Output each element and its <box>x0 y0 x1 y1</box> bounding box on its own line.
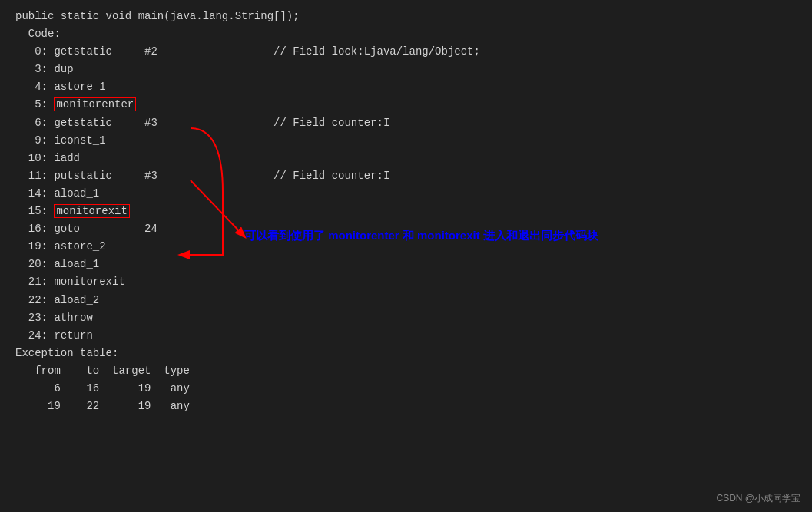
annotation-text: 可以看到使用了 monitorenter 和 monitorexit 进入和退出… <box>244 226 598 245</box>
monitorenter-highlight: monitorenter <box>54 97 136 111</box>
code-line-4: 4: astore_1 <box>15 78 797 96</box>
exception-table-header: Exception table: <box>15 345 797 362</box>
main-container: public static void main(java.lang.String… <box>0 0 812 512</box>
exception-table-row2: 19 22 19 any <box>15 398 797 415</box>
exception-table-row1: 6 16 19 any <box>15 380 797 398</box>
code-line-23: 23: athrow <box>15 309 797 327</box>
monitorexit-highlight: monitorexit <box>54 204 129 218</box>
code-line-20: 20: aload_1 <box>15 256 797 273</box>
code-line-15: 15: monitorexit <box>15 203 797 220</box>
code-line-0: 0: getstatic #2 // Field lock:Ljava/lang… <box>15 43 797 61</box>
code-line-21: 21: monitorexit <box>15 273 797 291</box>
code-line-10: 10: iadd <box>15 150 797 167</box>
exception-table-cols: from to target type <box>15 362 797 380</box>
code-header: public static void main(java.lang.String… <box>15 8 797 25</box>
code-line-11: 11: putstatic #3 // Field counter:I <box>15 167 797 185</box>
code-line-5: 5: monitorenter <box>15 96 797 114</box>
code-label: Code: <box>15 25 797 43</box>
watermark: CSDN @小成同学宝 <box>716 491 800 506</box>
code-line-14: 14: aload_1 <box>15 185 797 203</box>
code-line-22: 22: aload_2 <box>15 292 797 309</box>
code-line-9: 9: iconst_1 <box>15 132 797 150</box>
code-line-3: 3: dup <box>15 61 797 78</box>
code-line-24: 24: return <box>15 327 797 345</box>
code-line-6: 6: getstatic #3 // Field counter:I <box>15 114 797 132</box>
